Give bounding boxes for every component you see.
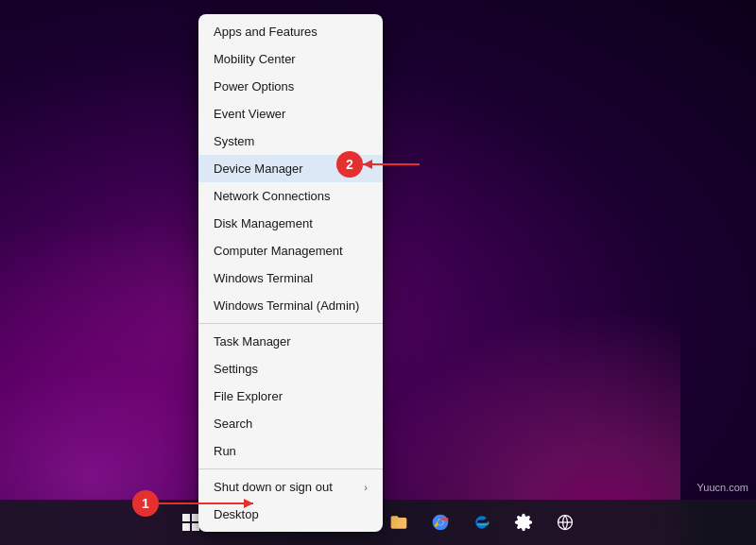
menu-label-power-options: Power Options	[214, 79, 294, 94]
menu-item-file-explorer[interactable]: File Explorer	[198, 383, 383, 410]
menu-label-run: Run	[214, 444, 236, 458]
settings-button[interactable]	[505, 503, 542, 541]
menu-item-search[interactable]: Search	[198, 410, 383, 437]
menu-item-settings[interactable]: Settings	[198, 355, 383, 383]
menu-label-settings: Settings	[214, 362, 258, 376]
step2-arrow	[363, 163, 420, 165]
menu-item-computer-management[interactable]: Computer Management	[198, 237, 383, 264]
menu-label-disk-management: Disk Management	[214, 216, 313, 230]
menu-item-run[interactable]: Run	[198, 437, 383, 465]
menu-label-task-manager: Task Manager	[214, 334, 291, 349]
menu-divider-divider2	[198, 468, 383, 469]
menu-item-windows-terminal-admin[interactable]: Windows Terminal (Admin)	[198, 292, 383, 319]
chrome-button[interactable]	[421, 503, 459, 541]
menu-item-windows-terminal[interactable]: Windows Terminal	[198, 264, 383, 292]
menu-item-event-viewer[interactable]: Event Viewer	[198, 100, 383, 128]
desktop: Apps and FeaturesMobility CenterPower Op…	[0, 0, 756, 545]
menu-item-mobility-center[interactable]: Mobility Center	[198, 45, 383, 73]
step2-badge: 2	[336, 151, 363, 178]
step1-arrow	[159, 502, 253, 504]
menu-item-network-connections[interactable]: Network Connections	[198, 182, 383, 210]
context-menu: Apps and FeaturesMobility CenterPower Op…	[198, 14, 383, 532]
gear-icon	[514, 513, 533, 532]
edge-icon	[472, 513, 491, 532]
step1-badge: 1	[132, 490, 159, 517]
menu-label-device-manager: Device Manager	[214, 162, 303, 176]
chrome-icon	[431, 513, 450, 532]
file-explorer-button[interactable]	[380, 503, 418, 541]
menu-label-event-viewer: Event Viewer	[214, 107, 285, 121]
menu-label-mobility-center: Mobility Center	[214, 52, 296, 66]
edge-button[interactable]	[463, 503, 501, 541]
chevron-icon-shut-down: ›	[364, 482, 368, 493]
menu-item-task-manager[interactable]: Task Manager	[198, 328, 383, 355]
svg-point-12	[438, 519, 443, 525]
menu-label-windows-terminal: Windows Terminal	[214, 271, 313, 285]
menu-item-power-options[interactable]: Power Options	[198, 73, 383, 100]
menu-label-network-connections: Network Connections	[214, 189, 331, 203]
menu-label-apps-features: Apps and Features	[214, 25, 318, 39]
step2-annotation: 2	[331, 151, 420, 178]
menu-item-apps-features[interactable]: Apps and Features	[198, 18, 383, 45]
folder-icon	[389, 513, 408, 532]
menu-divider-divider1	[198, 323, 383, 324]
menu-label-file-explorer: File Explorer	[214, 389, 283, 403]
network-icon	[556, 513, 575, 532]
network-button[interactable]	[546, 503, 584, 541]
menu-label-computer-management: Computer Management	[214, 244, 343, 258]
menu-item-disk-management[interactable]: Disk Management	[198, 210, 383, 237]
watermark: Yuucn.com	[697, 482, 748, 493]
menu-label-system: System	[214, 134, 254, 148]
step1-annotation: 1	[132, 490, 253, 517]
menu-label-search: Search	[214, 417, 252, 431]
menu-label-windows-terminal-admin: Windows Terminal (Admin)	[214, 298, 359, 313]
